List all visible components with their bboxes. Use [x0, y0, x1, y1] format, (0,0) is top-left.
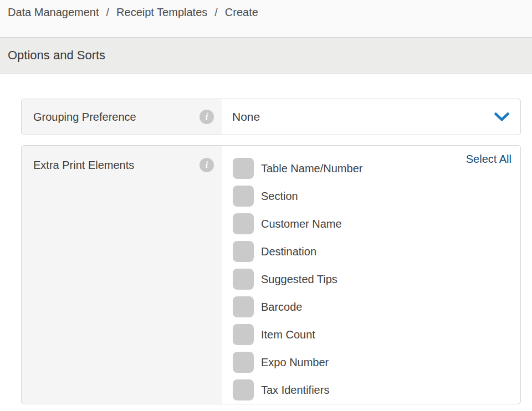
breadcrumb-separator: /: [106, 5, 110, 19]
checkbox-barcode[interactable]: [233, 296, 254, 317]
checkbox-row-customer-name: Customer Name: [222, 210, 520, 238]
extra-print-elements-options: Select All Table Name/Number Section Cus…: [222, 146, 520, 404]
checkbox-label[interactable]: Suggested Tips: [261, 273, 337, 286]
checkbox-table-name-number[interactable]: [233, 158, 254, 179]
checkbox-row-suggested-tips: Suggested Tips: [222, 265, 520, 293]
checkbox-label[interactable]: Expo Number: [261, 356, 329, 369]
breadcrumb-item-receipt-templates[interactable]: Receipt Templates: [116, 5, 207, 19]
section-header: Options and Sorts: [0, 38, 532, 74]
section-title: Options and Sorts: [8, 48, 105, 63]
info-icon[interactable]: i: [200, 158, 214, 172]
grouping-preference-row: Grouping Preference i None: [21, 99, 521, 135]
extra-print-elements-label-panel: Extra Print Elements i: [22, 146, 222, 404]
checkbox-item-count[interactable]: [233, 324, 254, 345]
checkbox-row-tax-identifiers: Tax Identifiers: [222, 376, 520, 404]
checkbox-destination[interactable]: [233, 241, 254, 262]
grouping-preference-value: None: [232, 110, 494, 124]
options-and-sorts-content: Grouping Preference i None Extra Print E…: [0, 74, 532, 404]
checkbox-label[interactable]: Barcode: [261, 301, 303, 314]
checkbox-row-item-count: Item Count: [222, 321, 520, 348]
breadcrumb: Data Management / Receipt Templates / Cr…: [0, 0, 532, 38]
checkbox-label[interactable]: Customer Name: [261, 218, 342, 230]
checkbox-label[interactable]: Table Name/Number: [261, 162, 362, 175]
extra-print-elements-row: Extra Print Elements i Select All Table …: [21, 145, 521, 404]
checkbox-row-destination: Destination: [222, 238, 520, 265]
checkbox-label[interactable]: Tax Identifiers: [261, 384, 329, 397]
extra-print-elements-label: Extra Print Elements: [33, 158, 200, 172]
checkbox-tax-identifiers[interactable]: [233, 379, 254, 400]
breadcrumb-item-data-management[interactable]: Data Management: [8, 5, 99, 19]
checkbox-label[interactable]: Destination: [261, 245, 316, 258]
checkbox-label[interactable]: Item Count: [261, 328, 315, 341]
checkbox-row-expo-number: Expo Number: [222, 348, 520, 376]
checkbox-label[interactable]: Section: [261, 190, 298, 203]
chevron-down-icon[interactable]: [494, 112, 509, 122]
checkbox-section[interactable]: [233, 186, 254, 207]
grouping-preference-label-panel: Grouping Preference i: [22, 99, 222, 135]
checkbox-customer-name[interactable]: [233, 213, 254, 234]
breadcrumb-separator: /: [214, 5, 218, 19]
info-icon[interactable]: i: [200, 110, 214, 124]
grouping-preference-label: Grouping Preference: [33, 110, 200, 124]
checkbox-row-barcode: Barcode: [222, 293, 520, 321]
checkbox-row-section: Section: [222, 182, 520, 210]
breadcrumb-item-create[interactable]: Create: [225, 5, 258, 19]
grouping-preference-select[interactable]: None: [222, 99, 520, 135]
checkbox-expo-number[interactable]: [233, 352, 254, 373]
checkbox-suggested-tips[interactable]: [233, 269, 254, 290]
select-all-link[interactable]: Select All: [466, 153, 511, 166]
